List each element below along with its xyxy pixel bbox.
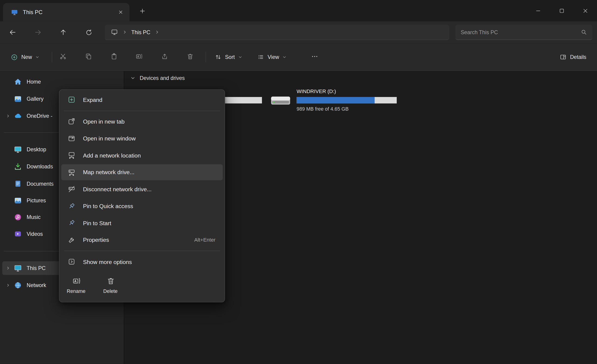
copy-button[interactable]	[81, 49, 95, 63]
downloads-icon	[14, 162, 22, 171]
sidebar-item-label: Downloads	[27, 164, 53, 169]
hard-drive-icon	[271, 94, 291, 108]
tab-this-pc[interactable]: This PC	[3, 3, 129, 21]
menu-item-map-network-drive[interactable]: Map network drive...	[61, 164, 223, 180]
pin-icon	[68, 219, 75, 227]
rename-icon	[72, 277, 80, 285]
sort-button-label: Sort	[225, 54, 235, 60]
menu-item-open-in-new-window[interactable]: Open in new window	[61, 130, 223, 146]
new-button[interactable]: New	[6, 50, 44, 64]
add-network-location-icon	[68, 151, 75, 159]
map-network-drive-icon	[68, 168, 75, 176]
search-input[interactable]: Search This PC	[455, 25, 592, 40]
menu-footer-rename-button[interactable]: Rename	[64, 277, 88, 294]
new-button-label: New	[21, 54, 32, 60]
disconnect-network-drive-icon	[68, 185, 75, 193]
sidebar-item-home[interactable]: Home	[2, 75, 122, 89]
gallery-icon	[14, 95, 22, 103]
toolbar-divider	[205, 52, 206, 62]
view-button[interactable]: View	[253, 50, 291, 64]
sidebar-item-label: Videos	[27, 231, 43, 237]
paste-button[interactable]	[107, 49, 121, 63]
menu-item-label: Show more options	[83, 258, 132, 265]
titlebar: This PC	[0, 0, 597, 21]
wrench-icon	[68, 236, 75, 244]
sidebar-item-label: Desktop	[27, 146, 46, 152]
chevron-down-icon[interactable]	[131, 76, 135, 80]
cut-button[interactable]	[56, 49, 70, 63]
sidebar-item-label: Home	[27, 79, 41, 85]
new-tab-button[interactable]	[136, 5, 149, 17]
back-button[interactable]	[6, 25, 19, 39]
desktop-icon	[14, 145, 22, 154]
sort-icon	[215, 53, 222, 61]
details-pane-icon	[560, 53, 567, 61]
pin-icon	[68, 202, 75, 210]
refresh-button[interactable]	[82, 25, 95, 39]
drive-usage-fill	[297, 97, 375, 104]
up-button[interactable]	[56, 25, 70, 39]
sidebar-item-label: Music	[27, 214, 40, 220]
details-button[interactable]: Details	[555, 50, 591, 64]
menu-footer-label: Rename	[67, 288, 86, 294]
menu-item-add-network-location[interactable]: Add a network location	[61, 147, 223, 163]
chevron-right-icon[interactable]	[155, 30, 159, 34]
search-icon[interactable]	[581, 29, 587, 35]
menu-separator	[64, 111, 220, 111]
minimize-button[interactable]	[526, 0, 550, 21]
menu-separator	[64, 250, 220, 251]
menu-item-show-more-options[interactable]: Show more options	[61, 254, 223, 270]
breadcrumb[interactable]: This PC	[105, 25, 449, 40]
menu-item-label: Open in new window	[83, 135, 136, 142]
chevron-right-icon[interactable]	[2, 266, 14, 270]
menu-item-disconnect-network-drive[interactable]: Disconnect network drive...	[61, 181, 223, 197]
menu-item-label: Pin to Quick access	[83, 203, 133, 209]
this-pc-icon	[14, 264, 22, 272]
chevron-right-icon[interactable]	[2, 114, 14, 118]
maximize-button[interactable]	[550, 0, 573, 21]
window-controls	[526, 0, 597, 21]
sidebar-item-label: Documents	[27, 181, 54, 187]
menu-item-pin-to-quick-access[interactable]: Pin to Quick access	[61, 198, 223, 214]
monitor-icon[interactable]	[111, 29, 118, 36]
chevron-right-icon[interactable]	[2, 283, 14, 287]
search-placeholder: Search This PC	[461, 29, 498, 35]
menu-item-properties[interactable]: Properties Alt+Enter	[61, 232, 223, 248]
share-button[interactable]	[158, 49, 171, 63]
chevron-down-icon	[283, 55, 286, 59]
sidebar-item-label: This PC	[27, 265, 46, 271]
menu-footer-label: Delete	[103, 288, 118, 294]
more-options-icon[interactable]	[308, 49, 321, 63]
sort-button[interactable]: Sort	[210, 50, 247, 64]
menu-item-open-in-new-tab[interactable]: Open in new tab	[61, 114, 223, 129]
menu-item-label: Map network drive...	[83, 169, 134, 175]
menu-item-pin-to-start[interactable]: Pin to Start	[61, 215, 223, 231]
toolbar-divider	[52, 52, 52, 62]
breadcrumb-item-this-pc[interactable]: This PC	[131, 29, 150, 35]
open-new-window-icon	[68, 134, 75, 142]
drive-tile-windriver[interactable]: WINDRIVER (D:) 989 MB free of 4.65 GB	[269, 88, 401, 117]
view-list-icon	[257, 53, 264, 61]
sidebar-item-label: Gallery	[27, 96, 43, 102]
delete-button[interactable]	[183, 49, 197, 63]
menu-item-expand[interactable]: Expand	[61, 92, 223, 108]
file-explorer-window: This PC	[0, 0, 597, 364]
expand-icon	[68, 96, 75, 104]
documents-icon	[14, 180, 22, 188]
close-button[interactable]	[573, 0, 597, 21]
plus-circle-icon	[11, 53, 18, 61]
this-pc-icon	[11, 8, 18, 16]
group-header-devices-and-drives[interactable]: Devices and drives	[131, 75, 185, 81]
menu-footer-delete-button[interactable]: Delete	[98, 277, 123, 294]
menu-item-label: Expand	[83, 96, 102, 103]
sidebar-item-label: Network	[27, 282, 46, 288]
onedrive-icon	[14, 112, 22, 120]
music-icon	[14, 213, 22, 221]
tab-title: This PC	[23, 9, 43, 15]
chevron-down-icon	[238, 55, 242, 59]
trash-icon	[107, 277, 114, 285]
group-header-label: Devices and drives	[140, 75, 185, 81]
tab-close-icon[interactable]	[116, 7, 126, 17]
forward-button[interactable]	[31, 25, 45, 39]
rename-button[interactable]	[132, 49, 146, 63]
